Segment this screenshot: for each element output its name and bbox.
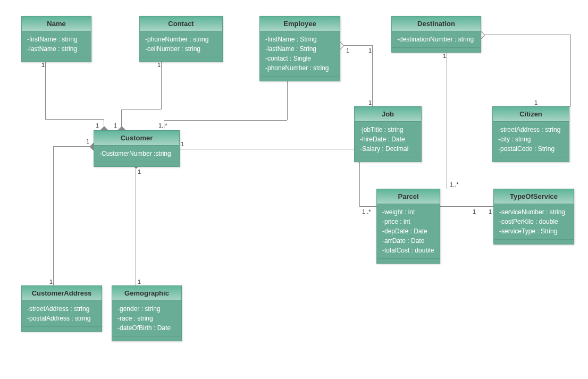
class-name[interactable]: Name -firstName : string -lastName : str… — [21, 16, 91, 62]
multiplicity-label: 1..* — [362, 208, 371, 215]
connector — [372, 45, 373, 106]
class-title: CustomerAddress — [22, 286, 102, 301]
multiplicity-label: 1 — [41, 62, 45, 68]
multiplicity-label: 1 — [534, 99, 537, 106]
class-contact[interactable]: Contact -phoneNumber : string -cellNumbe… — [139, 16, 223, 62]
multiplicity-label: 1 — [157, 62, 161, 68]
multiplicity-label: 1 — [96, 122, 99, 129]
class-attrs: -streetAddress : string -city : string -… — [493, 122, 569, 157]
multiplicity-label: 1 — [368, 47, 372, 54]
class-parcel[interactable]: Parcel -weight : int -price : int -depDa… — [376, 189, 440, 264]
multiplicity-label: 1 — [443, 53, 446, 59]
class-attrs: -weight : int -price : int -depDate : Da… — [377, 204, 440, 258]
connector — [480, 35, 570, 35]
connector — [438, 206, 493, 207]
class-attrs: -CustomerNumber :string — [94, 146, 179, 162]
connector — [45, 60, 46, 119]
class-attrs: -firstName : String -lastName : String -… — [260, 31, 340, 76]
class-attrs: -destinationNumber : string — [392, 31, 481, 47]
connector — [45, 119, 104, 120]
connector — [447, 50, 447, 189]
class-title: Destination — [392, 16, 481, 31]
multiplicity-label: 1 — [181, 141, 184, 147]
connector — [53, 146, 54, 285]
class-citizen[interactable]: Citizen -streetAddress : string -city : … — [492, 106, 569, 162]
multiplicity-label: 1 — [346, 47, 349, 54]
multiplicity-label: 1 — [368, 99, 372, 106]
class-attrs: -streetAddress : string -postalAddress :… — [22, 301, 102, 326]
class-title: Name — [22, 16, 91, 31]
multiplicity-label: 1 — [138, 169, 141, 175]
multiplicity-label: 1 — [473, 208, 476, 215]
class-title: Citizen — [493, 107, 569, 122]
class-title: Customer — [94, 131, 179, 146]
connector — [179, 149, 359, 149]
class-attrs: -phoneNumber : string -cellNumber : stri… — [140, 31, 222, 57]
multiplicity-label: 1 — [49, 279, 53, 285]
class-title: Employee — [260, 16, 340, 31]
class-employee[interactable]: Employee -firstName : String -lastName :… — [259, 16, 340, 81]
class-attrs: -jobTitle : string -hireDate : Date -Sal… — [355, 122, 421, 157]
class-attrs: -serviceNumber : string -costPerKilo : d… — [494, 204, 574, 239]
multiplicity-label: 1 — [114, 122, 117, 129]
connector — [570, 35, 571, 106]
class-title: Gemographic — [112, 286, 181, 301]
class-title: Parcel — [377, 189, 440, 204]
connector — [161, 60, 162, 110]
connector — [359, 206, 376, 207]
class-attrs: -firstName : string -lastName : string — [22, 31, 91, 57]
class-title: TypeOfService — [494, 189, 574, 204]
class-attrs: -gender : string -race : string -dateOfB… — [112, 301, 181, 336]
multiplicity-label: 1 — [86, 138, 89, 145]
class-typeofservice[interactable]: TypeOfService -serviceNumber : string -c… — [493, 189, 574, 245]
connector — [121, 110, 161, 110]
class-customeraddress[interactable]: CustomerAddress -streetAddress : string … — [21, 285, 102, 332]
class-job[interactable]: Job -jobTitle : string -hireDate : Date … — [354, 106, 422, 162]
connector — [53, 146, 94, 147]
multiplicity-label: 1..* — [450, 181, 459, 188]
connector — [136, 164, 136, 285]
class-gemographic[interactable]: Gemographic -gender : string -race : str… — [112, 285, 182, 341]
multiplicity-label: 1..* — [158, 122, 167, 129]
multiplicity-label: 1 — [489, 208, 492, 215]
class-title: Contact — [140, 16, 222, 31]
connector — [164, 120, 287, 121]
class-customer[interactable]: Customer -CustomerNumber :string — [94, 130, 180, 167]
class-destination[interactable]: Destination -destinationNumber : string — [391, 16, 481, 53]
multiplicity-label: 1 — [138, 279, 141, 285]
class-title: Job — [355, 107, 421, 122]
uml-canvas: 1 1 1 1 1 1..* 1 1 1 1..* 1 1 1 1 1 1 1.… — [0, 0, 588, 379]
connector — [287, 78, 288, 120]
